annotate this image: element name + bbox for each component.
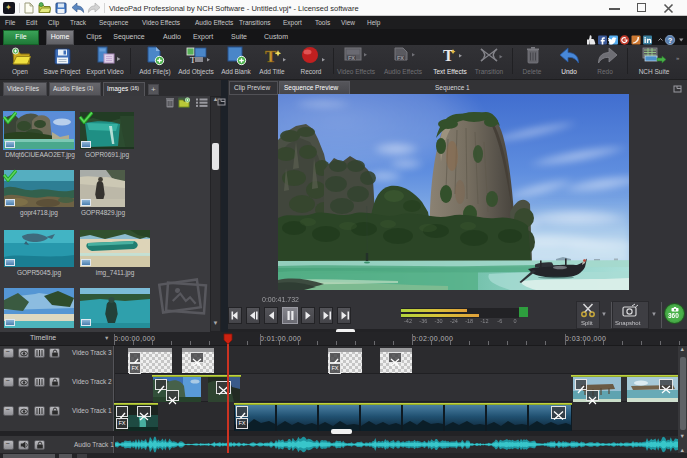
- svg-text:T: T: [265, 47, 277, 66]
- svg-text:?: ?: [668, 36, 673, 45]
- svg-text:T: T: [443, 47, 454, 64]
- svg-text:FX: FX: [397, 55, 404, 61]
- svg-text:FX: FX: [348, 55, 355, 61]
